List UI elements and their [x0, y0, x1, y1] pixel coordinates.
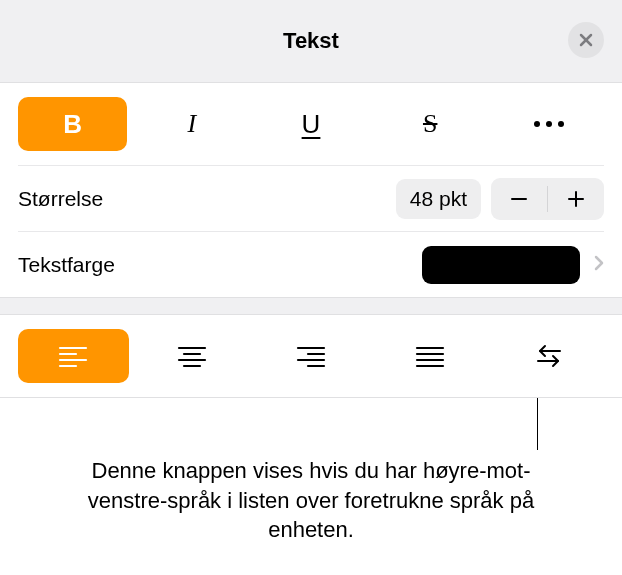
align-justify-button[interactable] — [374, 329, 485, 383]
size-decrease-button[interactable] — [491, 178, 547, 220]
bold-button[interactable]: B — [18, 97, 127, 151]
align-center-icon — [177, 344, 207, 368]
text-color-label: Tekstfarge — [18, 253, 115, 277]
size-stepper — [491, 178, 604, 220]
align-center-button[interactable] — [137, 329, 248, 383]
text-style-row: B I U S — [18, 83, 604, 165]
chevron-right-icon — [594, 255, 604, 275]
underline-icon: U — [302, 109, 321, 140]
align-right-button[interactable] — [256, 329, 367, 383]
align-left-icon — [58, 344, 88, 368]
more-styles-button[interactable] — [495, 97, 604, 151]
section-gap — [0, 297, 622, 315]
align-left-button[interactable] — [18, 329, 129, 383]
callout-area: Denne knappen vises hvis du har høyre-mo… — [0, 398, 622, 575]
size-value-button[interactable]: 48 pkt — [396, 179, 481, 219]
italic-button[interactable]: I — [137, 97, 246, 151]
size-increase-button[interactable] — [548, 178, 604, 220]
strikethrough-button[interactable]: S — [376, 97, 485, 151]
size-controls: 48 pkt — [396, 178, 604, 220]
more-icon — [534, 121, 564, 127]
text-direction-button[interactable] — [493, 329, 604, 383]
align-right-icon — [296, 344, 326, 368]
underline-button[interactable]: U — [256, 97, 365, 151]
strikethrough-icon: S — [423, 109, 437, 139]
align-justify-icon — [415, 344, 445, 368]
callout-leader-line — [537, 398, 538, 450]
panel-title: Tekst — [283, 28, 339, 54]
size-row: Størrelse 48 pkt — [18, 165, 604, 231]
bold-icon: B — [63, 109, 82, 140]
alignment-row — [18, 315, 604, 397]
plus-icon — [566, 189, 586, 209]
text-color-right — [422, 246, 604, 284]
text-format-panel: Tekst B I U S — [0, 0, 622, 398]
size-label: Størrelse — [18, 187, 103, 211]
close-button[interactable] — [568, 22, 604, 58]
text-color-swatch[interactable] — [422, 246, 580, 284]
italic-icon: I — [187, 109, 196, 139]
panel-header: Tekst — [0, 0, 622, 82]
callout-text: Denne knappen vises hvis du har høyre-mo… — [71, 456, 551, 545]
minus-icon — [509, 189, 529, 209]
panel-content: B I U S Størrelse 48 pkt — [0, 82, 622, 397]
close-icon — [578, 32, 594, 48]
rtl-ltr-icon — [534, 344, 564, 368]
text-color-row[interactable]: Tekstfarge — [18, 231, 604, 297]
